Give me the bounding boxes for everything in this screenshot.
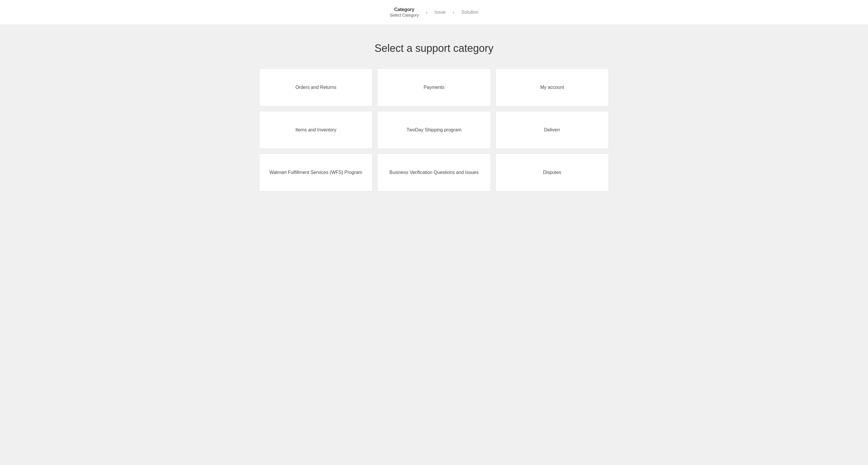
breadcrumb-step-solution: Solution	[461, 10, 478, 15]
breadcrumb-step-name-solution: Solution	[461, 10, 478, 15]
category-card-wfs-program[interactable]: Walmart Fulfillment Services (WFS) Progr…	[259, 154, 372, 191]
category-label-wfs-program: Walmart Fulfillment Services (WFS) Progr…	[269, 170, 362, 175]
category-card-deliverr[interactable]: Deliverr	[496, 111, 609, 149]
page-title: Select a support category	[23, 42, 845, 55]
category-label-disputes: Disputes	[543, 170, 561, 175]
main-content: Select a support category Orders and Ret…	[0, 25, 868, 465]
category-label-deliverr: Deliverr	[544, 127, 560, 133]
category-card-twoday-shipping[interactable]: TwoDay Shipping program	[377, 111, 491, 149]
category-card-my-account[interactable]: My account	[496, 68, 609, 106]
category-card-business-verification[interactable]: Business Verification Questions and Issu…	[377, 154, 491, 191]
breadcrumb-step-category: Category Select Category	[390, 7, 419, 18]
category-label-orders-returns: Orders and Returns	[295, 85, 336, 90]
category-card-orders-returns[interactable]: Orders and Returns	[259, 68, 372, 106]
breadcrumb-step-issue: Issue	[435, 10, 446, 15]
category-label-my-account: My account	[540, 85, 564, 90]
breadcrumb-step-sub-category: Select Category	[390, 13, 419, 18]
breadcrumb-steps: Category Select Category › Issue › Solut…	[390, 7, 478, 18]
category-grid: Orders and ReturnsPaymentsMy accountItem…	[259, 68, 609, 191]
category-card-disputes[interactable]: Disputes	[496, 154, 609, 191]
category-card-items-inventory[interactable]: Items and Inventory	[259, 111, 372, 149]
category-label-twoday-shipping: TwoDay Shipping program	[407, 127, 462, 133]
chevron-icon-2: ›	[453, 9, 455, 15]
category-card-payments[interactable]: Payments	[377, 68, 491, 106]
breadcrumb-step-name-category: Category	[394, 7, 414, 12]
category-label-items-inventory: Items and Inventory	[295, 127, 336, 133]
breadcrumb-bar: Category Select Category › Issue › Solut…	[0, 0, 868, 25]
breadcrumb-step-name-issue: Issue	[435, 10, 446, 15]
category-label-payments: Payments	[424, 85, 444, 90]
chevron-icon-1: ›	[426, 9, 428, 15]
category-label-business-verification: Business Verification Questions and Issu…	[390, 170, 478, 175]
